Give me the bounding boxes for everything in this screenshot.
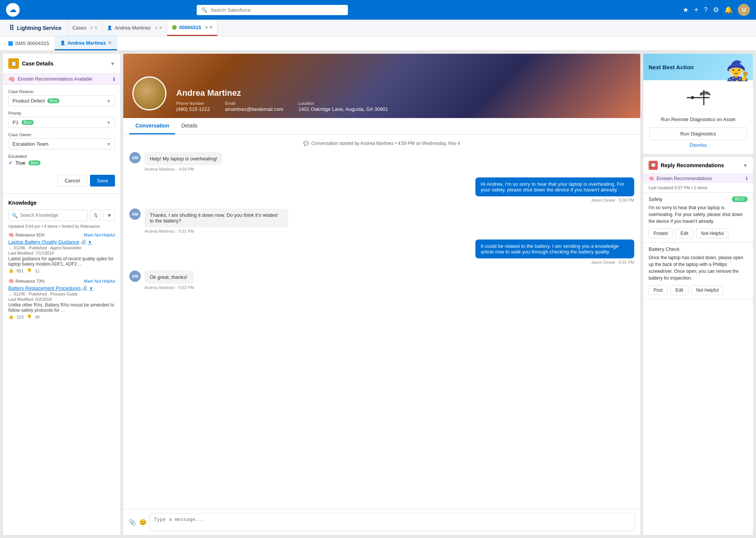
- knowledge-search-input[interactable]: [20, 213, 84, 218]
- settings-icon[interactable]: ⚙: [713, 6, 719, 14]
- article-modified-1: Last Modified: 7/17/2019: [8, 251, 115, 255]
- salesforce-logo[interactable]: ☁: [6, 3, 20, 17]
- profile-location: Location 1401 Oakridge Lane, Augusta, GA…: [298, 101, 388, 112]
- chat-message-3: AM Thanks, I am shutting it down now. Do…: [129, 208, 634, 233]
- relevance-row-1: 🧠 Relevance 91% Mark Not Helpful: [8, 232, 115, 238]
- downvote-count-2: 39: [35, 315, 39, 319]
- tab-andrea-close[interactable]: ∨ ✕: [155, 25, 162, 30]
- left-panel: 📋 Case Details ▼ 🧠 Einstein Recommendati…: [3, 54, 120, 535]
- knowledge-filter-button[interactable]: ▼: [104, 210, 115, 221]
- chat-bubble-4: It could be related to the battery. I am…: [475, 239, 634, 258]
- relevance-badge-2: 🧠 Relevance 73%: [8, 278, 45, 284]
- einstein-relevance-icon-2: 🧠: [8, 278, 14, 284]
- favorites-icon[interactable]: ★: [683, 6, 689, 14]
- chat-timestamp-2: Jason Dewar · 5:00 PM: [591, 198, 634, 202]
- case-reason-label: Case Reason: [8, 89, 115, 94]
- rr-post-button[interactable]: Post: [649, 285, 668, 295]
- mark-not-helpful-2[interactable]: Mark Not Helpful: [84, 279, 115, 283]
- rr-edit-button-1[interactable]: Edit: [675, 229, 693, 238]
- rr-edit-button-2[interactable]: Edit: [671, 285, 688, 295]
- vote-row-2: 👍 123 👎 39: [8, 314, 115, 319]
- chat-area[interactable]: 💬 Conversation started by Andrea Martine…: [123, 135, 640, 509]
- rr-item-2: Battery Check Once the laptop has cooled…: [643, 243, 753, 299]
- subtab-sms[interactable]: SMS 00004315: [3, 36, 55, 50]
- middle-panel: Andrea Martinez Phone Number (480) 515-1…: [123, 54, 640, 535]
- priority-chevron: ▼: [107, 120, 111, 125]
- article-link-2[interactable]: Battery Replacement Procedures 🔗 ▼: [8, 285, 115, 291]
- add-icon[interactable]: +: [694, 6, 699, 14]
- nba-content: Run Remote Diagnostics on Asset Run Diag…: [643, 80, 753, 154]
- rr-not-helpful-button-1[interactable]: Not Helpful: [696, 229, 728, 238]
- profile-phone: Phone Number (480) 515-1212: [176, 101, 210, 112]
- knowledge-sort-button[interactable]: ⇅: [90, 210, 101, 221]
- rr-posted-button[interactable]: Posted: [649, 229, 672, 238]
- case-details-title: Case Details: [22, 61, 107, 67]
- subtab-andrea[interactable]: 👤 Andrea Martinez ✕: [55, 36, 117, 50]
- notifications-icon[interactable]: 🔔: [724, 6, 733, 14]
- chat-input[interactable]: [150, 513, 635, 531]
- upvote-icon-2[interactable]: 👍: [8, 314, 14, 319]
- rr-item-1-best-badge: BEST: [732, 196, 748, 202]
- tab-00004315[interactable]: 🟢 00004315 ∨ ✕: [167, 20, 217, 36]
- tab-cases-close[interactable]: ∨ ✕: [90, 25, 98, 30]
- tab-conversation[interactable]: Conversation: [129, 118, 175, 134]
- subtab-andrea-label: Andrea Martinez: [68, 40, 106, 46]
- dismiss-button[interactable]: Dismiss: [689, 142, 707, 148]
- rr-meta: Last Updated 5:07 PM • 2 Items: [643, 183, 753, 193]
- article-meta-1: … 01296 · Published · Agent Newsletter: [8, 246, 115, 250]
- article-link-1[interactable]: Laptop Battery Quality Guidance 🔗 ▼: [8, 239, 115, 245]
- conversation-tabs: Conversation Details: [123, 118, 640, 135]
- downvote-icon-2[interactable]: 👎: [26, 314, 32, 319]
- top-navigation: ☁ 🔍 ★ + ? ⚙ 🔔 U: [0, 0, 756, 20]
- tab-andrea-martinez[interactable]: 👤 Andrea Martinez ∨ ✕: [102, 20, 167, 36]
- case-reason-best-badge: Best: [47, 98, 59, 103]
- mark-not-helpful-1[interactable]: Mark Not Helpful: [84, 233, 115, 237]
- search-bar[interactable]: 🔍: [197, 5, 348, 15]
- emoji-icon[interactable]: 😊: [139, 519, 147, 526]
- profile-details-row: Phone Number (480) 515-1212 Email amarti…: [176, 101, 388, 112]
- chat-bubble-3: Thanks, I am shutting it down now. Do yo…: [144, 208, 288, 227]
- escalated-check-icon: ✓: [8, 160, 12, 166]
- knowledge-search-icon: 🔍: [12, 213, 18, 218]
- case-reason-select[interactable]: Product Defect Best ▼: [8, 95, 115, 106]
- knowledge-search-box[interactable]: 🔍: [8, 210, 88, 221]
- priority-select[interactable]: P1 Best ▼: [8, 117, 115, 128]
- chat-avatar-1: AM: [129, 152, 141, 163]
- system-message: 💬 Conversation started by Andrea Martine…: [129, 141, 634, 146]
- case-owner-select[interactable]: Escalation Team ▼: [8, 138, 115, 149]
- diagnostics-icon: [649, 86, 747, 114]
- article-dropdown-icon-1[interactable]: ▼: [88, 240, 92, 244]
- avatar[interactable]: U: [738, 4, 750, 16]
- subtab-andrea-close[interactable]: ✕: [108, 40, 112, 45]
- search-icon: 🔍: [201, 7, 207, 13]
- help-icon[interactable]: ?: [704, 6, 708, 14]
- article-dropdown-icon-2[interactable]: ▼: [89, 286, 93, 291]
- rr-item-2-label: Battery Check: [649, 246, 680, 252]
- rr-not-helpful-button-2[interactable]: Not Helpful: [691, 285, 723, 295]
- chat-timestamp-3: Andrea Martinez · 5:01 PM: [144, 229, 288, 233]
- knowledge-meta: Updated 5:04 pm • 4 Items • Sorted by Re…: [8, 224, 115, 229]
- upvote-icon-1[interactable]: 👍: [8, 268, 14, 273]
- tab-details[interactable]: Details: [175, 118, 203, 134]
- save-button[interactable]: Save: [90, 175, 115, 187]
- rr-chevron[interactable]: ▼: [743, 163, 748, 168]
- cancel-button[interactable]: Cancel: [57, 175, 87, 187]
- attach-icon[interactable]: 📎: [129, 519, 136, 526]
- run-diagnostics-button[interactable]: Run Diagnostics: [649, 128, 747, 140]
- chat-message-1: AM Help! My laptop is overheating! Andre…: [129, 152, 634, 171]
- action-buttons: Cancel Save: [3, 175, 120, 192]
- knowledge-title: Knowledge: [8, 200, 115, 206]
- tab-cases[interactable]: Cases ∨ ✕: [68, 20, 102, 36]
- escalated-best-badge: Best: [28, 160, 40, 165]
- tab-case-number-label: 00004315: [179, 25, 201, 30]
- article-meta-2: … 01245 · Published · Process Guide: [8, 292, 115, 296]
- downvote-icon-1[interactable]: 👎: [26, 268, 32, 273]
- rr-info-icon[interactable]: ℹ: [746, 176, 748, 181]
- einstein-info-icon[interactable]: ℹ: [113, 76, 115, 82]
- nba-title: Next Best Action: [649, 64, 694, 70]
- einstein-text: Einstein Recommendations Available: [18, 76, 92, 82]
- tab-case-close[interactable]: ∨ ✕: [205, 25, 213, 30]
- search-input[interactable]: [210, 7, 343, 13]
- case-details-chevron[interactable]: ▼: [110, 61, 115, 67]
- chat-bubble-2: Hi Andrea, I'm so sorry to hear that you…: [475, 177, 634, 196]
